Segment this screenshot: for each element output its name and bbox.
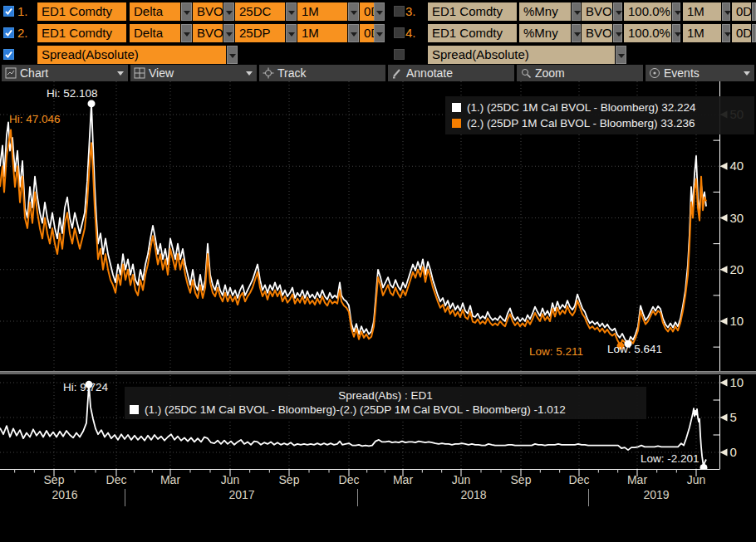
row3-pct-field[interactable]: 100.0% <box>624 2 671 21</box>
x-axis-year-label: 2019 <box>636 488 676 501</box>
x-axis-month-label: Sep <box>37 473 71 486</box>
spread-legend: Spread(Abs) : ED1 (1.) (25DC 1M Cal BVOL… <box>125 387 646 419</box>
marker-dot <box>88 100 96 107</box>
events-icon <box>649 67 660 79</box>
panel-splitter-handle[interactable] <box>0 371 756 374</box>
axis-arrow-tick <box>720 318 728 325</box>
y-axis-label: 10 <box>730 314 744 329</box>
row4-bvol-dropdown[interactable] <box>613 24 622 42</box>
x-axis-month-label: Jun <box>680 473 713 486</box>
row3-offset-field[interactable]: 0D <box>732 2 751 21</box>
row4-tenor-field[interactable]: 1M <box>683 24 721 42</box>
x-axis-month-label: Mar <box>621 473 654 486</box>
x-axis-year-label: 2018 <box>454 488 493 501</box>
year-separator <box>125 489 125 506</box>
row4-offset-dropdown[interactable] <box>752 24 756 42</box>
axis-arrow-tick <box>720 449 728 457</box>
spread-swatch <box>130 405 139 414</box>
menu-view[interactable]: View <box>130 65 257 81</box>
row3-tenor-dropdown[interactable] <box>722 2 730 21</box>
axis-arrow-tick <box>720 163 728 170</box>
x-axis-month-label: Jun <box>444 473 478 486</box>
view-grid-icon <box>134 67 145 79</box>
legend-row-1-text: (1.) (25DC 1M Cal BVOL - Bloomberg) 32.2… <box>467 101 696 114</box>
x-axis-month-label: Dec <box>100 473 133 486</box>
axis-arrow-tick <box>720 379 728 387</box>
spread-legend-text: (1.) (25DC 1M Cal BVOL - Bloomberg)-(2.)… <box>145 403 566 416</box>
spread-right-checkbox[interactable] <box>394 49 405 60</box>
spread-legend-row: (1.) (25DC 1M Cal BVOL - Bloomberg)-(2.)… <box>130 403 641 417</box>
crosshair-icon <box>263 67 274 79</box>
main-low-label-white: Low: 5.641 <box>607 343 662 355</box>
menu-annotate[interactable]: Annotate <box>388 65 514 81</box>
x-axis-year-label: 2017 <box>222 488 262 501</box>
row4-number: 4. <box>405 24 416 42</box>
year-separator <box>357 489 358 506</box>
row3-checkbox[interactable] <box>394 6 405 17</box>
row3-pct-dropdown[interactable] <box>672 2 680 21</box>
series2-swatch <box>452 119 461 128</box>
spread-right-dropdown[interactable] <box>616 46 626 64</box>
x-axis-month-label: Mar <box>386 473 420 486</box>
legend-row-2: (2.) (25DP 1M Cal BVOL - Bloomberg) 33.2… <box>452 115 748 131</box>
row4-mny-field[interactable]: %Mny <box>519 24 571 42</box>
menu-zoom[interactable]: Zoom <box>517 65 643 81</box>
series-line <box>0 104 706 344</box>
row3-mny-field[interactable]: %Mny <box>519 2 571 21</box>
axis-arrow-tick <box>720 266 728 273</box>
menu-events[interactable]: Events <box>646 65 754 81</box>
security-row-4: 4. ED1 Comdty %Mny BVOL 100.0% 1M 0D <box>0 24 756 42</box>
row4-security-field[interactable]: ED1 Comdty <box>428 24 517 42</box>
security-row-3: 3. ED1 Comdty %Mny BVOL 100.0% 1M 0D <box>0 2 756 21</box>
x-axis-month-label: Sep <box>272 473 306 486</box>
y-axis-label: 5 <box>730 410 737 425</box>
row3-mny-dropdown[interactable] <box>572 2 581 21</box>
chart-icon <box>5 67 17 79</box>
row4-checkbox[interactable] <box>394 27 405 38</box>
row3-tenor-field[interactable]: 1M <box>683 2 721 21</box>
x-axis-year-label: 2016 <box>45 488 85 501</box>
row3-bvol-field[interactable]: BVOL <box>582 2 612 21</box>
chevron-down-icon <box>246 71 253 76</box>
menu-track[interactable]: Track <box>259 65 385 81</box>
series1-swatch <box>452 103 461 112</box>
row4-tenor-dropdown[interactable] <box>722 24 730 42</box>
row4-bvol-field[interactable]: BVOL <box>582 24 612 42</box>
row3-bvol-dropdown[interactable] <box>613 2 622 21</box>
legend-row-2-text: (2.) (25DP 1M Cal BVOL - Bloomberg) 33.2… <box>467 117 695 129</box>
spread-legend-title: Spread(Abs) : ED1 <box>130 388 641 403</box>
row4-pct-dropdown[interactable] <box>672 24 680 42</box>
row3-offset-dropdown[interactable] <box>752 2 756 21</box>
bloomberg-volatility-chart-window: 1. ED1 Comdty Delta BVOL 25DC 1M 0D 2. E… <box>0 0 756 542</box>
axis-arrow-tick <box>720 414 728 422</box>
x-axis-month-label: Mar <box>154 473 187 486</box>
menu-chart[interactable]: Chart <box>2 65 128 81</box>
row3-number: 3. <box>405 2 416 21</box>
row3-security-field[interactable]: ED1 Comdty <box>428 2 517 21</box>
row4-pct-field[interactable]: 100.0% <box>624 24 671 42</box>
chevron-down-icon <box>117 71 124 76</box>
main-high-label-white: Hi: 52.108 <box>47 87 98 100</box>
magnifier-icon <box>520 67 532 79</box>
year-separator <box>588 489 589 506</box>
y-axis-label: 0 <box>730 445 737 460</box>
x-axis-month-label: Jun <box>214 473 247 486</box>
row4-offset-field[interactable]: 0D <box>732 24 751 42</box>
y-axis-label: 10 <box>730 375 744 390</box>
spread-row: Spread(Absolute) Spread(Absolute) <box>0 46 756 64</box>
spread-high-label: Hi: 9.724 <box>63 381 108 393</box>
spread-left-checkbox[interactable] <box>3 49 14 60</box>
main-high-label-orange: Hi: 47.046 <box>9 113 61 125</box>
spread-left-select[interactable]: Spread(Absolute) <box>37 46 226 64</box>
x-axis-month-label: Dec <box>562 473 596 486</box>
spread-left-dropdown[interactable] <box>227 46 238 64</box>
main-legend: (1.) (25DC 1M Cal BVOL - Bloomberg) 32.2… <box>445 96 754 134</box>
y-axis-label: 30 <box>730 211 744 226</box>
pencil-icon <box>391 67 403 79</box>
chevron-down-icon <box>744 71 750 76</box>
legend-row-1: (1.) (25DC 1M Cal BVOL - Bloomberg) 32.2… <box>452 100 748 115</box>
axis-arrow-tick <box>720 214 728 222</box>
spread-right-select[interactable]: Spread(Absolute) <box>428 46 615 64</box>
row4-mny-dropdown[interactable] <box>572 24 581 42</box>
spread-low-label: Low: -2.201 <box>641 452 700 465</box>
